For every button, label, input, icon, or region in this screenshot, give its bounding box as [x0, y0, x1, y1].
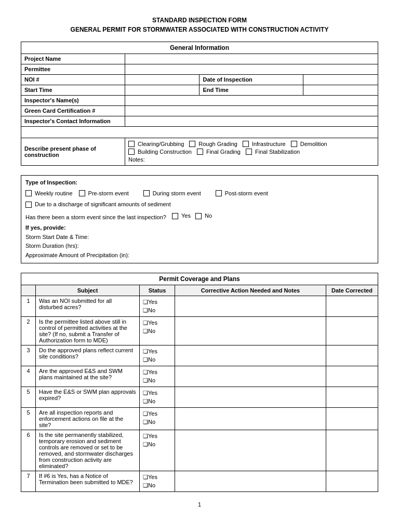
row-7-subject: If #6 is Yes, has a Notice of Terminatio… [36, 471, 140, 491]
page-number: 1 [21, 501, 378, 508]
checkbox-storm-yes[interactable]: Yes [172, 211, 191, 221]
checkbox-rough-grading-box[interactable] [189, 141, 195, 147]
end-time-value[interactable] [303, 85, 378, 96]
checkbox-demolition-box[interactable] [291, 141, 297, 147]
row-3-subject: Do the approved plans reflect current si… [36, 345, 140, 366]
start-time-value[interactable] [125, 85, 200, 96]
storm-event-question: Has there been a storm event since the l… [25, 211, 374, 222]
row-6-date[interactable] [326, 430, 378, 471]
row-7-date[interactable] [326, 471, 378, 491]
notes-line: Notes: [128, 156, 375, 163]
permit-table: Permit Coverage and Plans Subject Status… [21, 273, 378, 492]
checkbox-infrastructure[interactable]: Infrastructure [243, 141, 286, 147]
green-card-value[interactable] [125, 106, 378, 116]
checkbox-final-stab[interactable]: Final Stabilization [246, 149, 300, 155]
noi-value[interactable] [125, 75, 200, 85]
row-1-date[interactable] [326, 296, 378, 316]
inspection-type-options: Weekly routine Pre-storm event During st… [25, 189, 374, 209]
row-2-corrective[interactable] [175, 316, 326, 345]
row-3-status[interactable]: ❑Yes❑No [140, 345, 175, 366]
permittee-value[interactable] [125, 64, 378, 75]
storm-start-field: Storm Start Date & Time: [25, 233, 374, 242]
row-4-num: 4 [21, 366, 36, 387]
row-5a-status[interactable]: ❑Yes❑No [140, 387, 175, 407]
table-row: 2 Is the permittee listed above still in… [21, 316, 378, 345]
contact-info-value[interactable] [125, 116, 378, 127]
row-5b-num: 5 [21, 407, 36, 430]
checkbox-duringstorm[interactable]: During storm event [143, 189, 201, 198]
row-5a-corrective[interactable] [175, 387, 326, 407]
checkbox-final-grading[interactable]: Final Grading [197, 149, 241, 155]
row-3-num: 3 [21, 345, 36, 366]
phase-label: Describe present phase ofconstruction [21, 138, 125, 166]
row-7-corrective[interactable] [175, 471, 326, 491]
row-7-num: 7 [21, 471, 36, 491]
permit-table-header: Permit Coverage and Plans [21, 273, 378, 285]
checkbox-prestorm[interactable]: Pre-storm event [79, 189, 129, 198]
date-inspection-value[interactable] [303, 75, 378, 85]
checkbox-demolition[interactable]: Demolition [291, 141, 327, 147]
row-1-num: 1 [21, 296, 36, 316]
row-4-status[interactable]: ❑Yes❑No [140, 366, 175, 387]
checkbox-storm-yes-box[interactable] [172, 213, 178, 219]
general-info-table: General Information Project Name Permitt… [21, 42, 378, 166]
row-4-date[interactable] [326, 366, 378, 387]
checkbox-duringstorm-box[interactable] [143, 190, 150, 196]
page-title: STANDARD INSPECTION FORM GENERAL PERMIT … [21, 16, 378, 34]
table-row: 7 If #6 is Yes, has a Notice of Terminat… [21, 471, 378, 491]
row-7-status[interactable]: ❑Yes❑No [140, 471, 175, 491]
checkbox-discharge[interactable]: Due to a discharge of significant amount… [25, 200, 171, 209]
checkbox-prestorm-box[interactable] [79, 190, 85, 196]
checkbox-discharge-box[interactable] [25, 202, 32, 208]
checkbox-clearing-box[interactable] [128, 141, 135, 147]
inspection-type-block: Type of Inspection: Weekly routine Pre-s… [21, 175, 378, 263]
row-3-corrective[interactable] [175, 345, 326, 366]
checkbox-poststorm[interactable]: Post-storm event [216, 189, 268, 198]
row-2-date[interactable] [326, 316, 378, 345]
row-3-date[interactable] [326, 345, 378, 366]
col-status: Status [140, 285, 175, 296]
checkbox-weekly-box[interactable] [25, 190, 32, 196]
noi-label: NOI # [21, 75, 125, 85]
col-corrective: Corrective Action Needed and Notes [175, 285, 326, 296]
checkbox-rough-grading[interactable]: Rough Grading [189, 141, 237, 147]
row-6-corrective[interactable] [175, 430, 326, 471]
if-yes-label: If yes, provide: [25, 223, 374, 233]
checkbox-clearing[interactable]: Clearing/Grubbing [128, 141, 184, 147]
storm-precip-field: Approximate Amount of Precipitation (in)… [25, 251, 374, 260]
checkbox-weekly[interactable]: Weekly routine [25, 189, 73, 198]
blank-row [21, 127, 378, 138]
checkbox-final-stab-box[interactable] [246, 149, 252, 155]
checkbox-poststorm-box[interactable] [216, 190, 222, 196]
checkbox-final-grading-box[interactable] [197, 149, 203, 155]
checkbox-building-box[interactable] [128, 149, 135, 155]
checkbox-infrastructure-box[interactable] [243, 141, 249, 147]
checkbox-storm-no[interactable]: No [195, 211, 212, 221]
row-6-status[interactable]: ❑Yes❑No [140, 430, 175, 471]
row-5b-subject: Are all inspection reports and enforceme… [36, 407, 140, 430]
table-row: 3 Do the approved plans reflect current … [21, 345, 378, 366]
storm-duration-field: Storm Duration (hrs): [25, 242, 374, 251]
row-4-corrective[interactable] [175, 366, 326, 387]
row-5b-date[interactable] [326, 407, 378, 430]
table-row: 1 Was an NOI submitted for all disturbed… [21, 296, 378, 316]
project-name-value[interactable] [125, 54, 378, 64]
row-5a-num: 5 [21, 387, 36, 407]
general-info-header: General Information [21, 42, 378, 54]
row-2-status[interactable]: ❑Yes❑No [140, 316, 175, 345]
row-4-subject: Are the approved E&S and SWM plans maint… [36, 366, 140, 387]
inspector-names-value[interactable] [125, 96, 378, 106]
row-2-subject: Is the permittee listed above still in c… [36, 316, 140, 345]
row-1-corrective[interactable] [175, 296, 326, 316]
checkbox-storm-no-box[interactable] [195, 213, 202, 219]
row-5a-date[interactable] [326, 387, 378, 407]
start-time-label: Start Time [21, 85, 125, 96]
row-5b-corrective[interactable] [175, 407, 326, 430]
green-card-label: Green Card Certification # [21, 106, 125, 116]
checkbox-building[interactable]: Building Construction [128, 149, 192, 155]
row-5b-status[interactable]: ❑Yes❑No [140, 407, 175, 430]
inspection-type-title: Type of Inspection: [25, 178, 374, 188]
project-name-label: Project Name [21, 54, 125, 64]
table-row: 5 Are all inspection reports and enforce… [21, 407, 378, 430]
row-1-status[interactable]: ❑Yes❑No [140, 296, 175, 316]
